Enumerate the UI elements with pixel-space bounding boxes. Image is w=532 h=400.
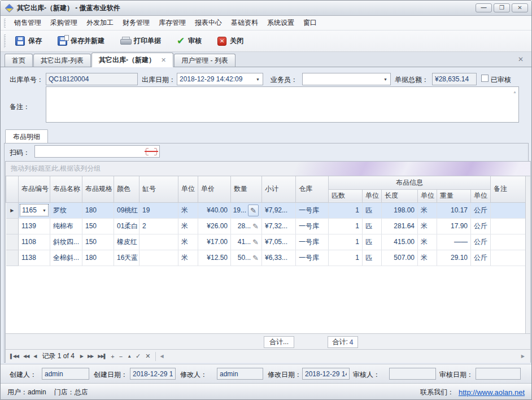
cell-len-unit[interactable]: 米 [418, 234, 437, 250]
cell-length[interactable]: 198.00 [382, 202, 418, 218]
cell-vat[interactable]: 2 [139, 218, 178, 234]
minimize-button[interactable]: — [476, 3, 492, 12]
col-subtotal[interactable]: 小计 [262, 176, 296, 202]
cell-color[interactable]: 01柔白 [114, 218, 139, 234]
col-spec[interactable]: 布品规格 [82, 176, 114, 202]
cell-warehouse[interactable]: 一号库 [296, 218, 329, 234]
tab-outbound-list[interactable]: 其它出库-列表 [33, 54, 91, 67]
modify-date-field[interactable] [302, 368, 350, 380]
code-combo[interactable]: 1165▼ [20, 204, 49, 216]
col-pcs-unit[interactable]: 单位 [363, 189, 382, 202]
cell-subtotal[interactable]: ¥6,33... [262, 250, 296, 266]
cell-subtotal[interactable]: ¥7,32... [262, 218, 296, 234]
cell-weight[interactable]: 10.17 [437, 202, 471, 218]
create-date-field[interactable] [130, 368, 176, 380]
cell-unit[interactable]: 米 [178, 202, 198, 218]
col-wt-unit[interactable]: 单位 [471, 189, 491, 202]
cell-remark[interactable] [491, 234, 526, 250]
cell-unit[interactable]: 米 [178, 250, 198, 266]
cell-weight[interactable]: —— [437, 234, 471, 250]
edit-pencil-icon[interactable]: ✎ [252, 222, 259, 231]
nav-prev-icon[interactable]: ◀ [31, 353, 38, 360]
menu-window[interactable]: 窗口 [299, 16, 321, 30]
menu-reports[interactable]: 报表中心 [190, 16, 226, 30]
cell-pcs[interactable]: 1 [329, 250, 363, 266]
nav-next-page-icon[interactable]: ▶▶ [85, 353, 95, 360]
cell-code[interactable]: 1108 [19, 234, 50, 250]
cell-vat[interactable] [139, 250, 178, 266]
edit-pencil-icon[interactable]: ✎ [248, 205, 259, 216]
cell-len-unit[interactable]: 米 [418, 202, 437, 218]
detail-tab[interactable]: 布品明细 [5, 129, 48, 144]
col-color[interactable]: 颜色 [114, 176, 139, 202]
cell-weight[interactable]: 17.90 [437, 218, 471, 234]
menu-outsourcing[interactable]: 外发加工 [82, 16, 118, 30]
nav-first-icon[interactable]: ▌◀◀ [8, 353, 21, 360]
col-code[interactable]: 布品编号 [19, 176, 50, 202]
cell-vat[interactable] [139, 234, 178, 250]
remark-textarea[interactable] [46, 86, 519, 123]
salesman-dropdown-icon[interactable]: ▼ [383, 77, 387, 81]
cell-color[interactable]: 橡皮红 [114, 234, 139, 250]
modifier-field[interactable] [217, 368, 263, 380]
cell-wt-unit[interactable]: 公斤 [471, 250, 491, 266]
col-pcs[interactable]: 匹数 [329, 189, 363, 202]
group-by-panel[interactable]: 拖动列标题至此,根据该列分组 [6, 162, 530, 176]
salesman-field[interactable] [302, 73, 391, 85]
cell-subtotal[interactable]: ¥7,92... [262, 202, 296, 218]
cell-price[interactable]: ¥26.00 [198, 218, 231, 234]
cell-pcs-unit[interactable]: 匹 [363, 202, 382, 218]
cell-remark[interactable] [491, 218, 526, 234]
cell-price[interactable]: ¥12.50 [198, 250, 231, 266]
table-row[interactable]: 1139 纯棉布 150 01柔白 2 米 ¥26.00 28...✎ ¥7,3… [6, 218, 526, 234]
cell-pcs[interactable]: 1 [329, 202, 363, 218]
nav-append-icon[interactable]: + [108, 352, 116, 361]
cell-color[interactable]: 09桃红 [114, 202, 139, 218]
cell-spec[interactable]: 180 [82, 250, 114, 266]
tab-outbound-new[interactable]: 其它出库-（新建） ✕ [91, 53, 173, 67]
cell-price[interactable]: ¥17.00 [198, 234, 231, 250]
cell-length[interactable]: 415.00 [382, 234, 418, 250]
cell-warehouse[interactable]: 一号库 [296, 234, 329, 250]
cell-code[interactable]: 1138 [19, 250, 50, 266]
menu-inventory[interactable]: 库存管理 [154, 16, 190, 30]
cell-length[interactable]: 281.64 [382, 218, 418, 234]
nav-prev-page-icon[interactable]: ◀◀ [21, 353, 31, 360]
website-link[interactable]: http://www.aolan.net [459, 388, 525, 397]
cell-spec[interactable]: 180 [82, 202, 114, 218]
cell-len-unit[interactable]: 米 [418, 218, 437, 234]
order-no-field[interactable] [46, 73, 138, 85]
table-row[interactable]: ▶ 1165▼ 罗纹 180 09桃红 19 米 ¥40.00 19...✎ ¥… [6, 202, 526, 218]
cell-code[interactable]: 1139 [19, 218, 50, 234]
creator-field[interactable] [42, 368, 89, 380]
menu-sales[interactable]: 销售管理 [10, 16, 46, 30]
grid-vertical-scrollbar[interactable] [525, 176, 530, 333]
edit-pencil-icon[interactable]: ✎ [252, 238, 259, 246]
cell-pcs[interactable]: 1 [329, 234, 363, 250]
cell-subtotal[interactable]: ¥7,05... [262, 234, 296, 250]
cell-unit[interactable]: 米 [178, 218, 198, 234]
tab-home[interactable]: 首页 [5, 54, 33, 67]
cell-name[interactable]: 全棉斜... [50, 250, 82, 266]
cell-warehouse[interactable]: 一号库 [296, 202, 329, 218]
col-warehouse[interactable]: 仓库 [296, 176, 329, 202]
cell-remark[interactable] [491, 202, 526, 218]
hscroll-left-icon[interactable]: ◀ [158, 354, 166, 359]
cell-wt-unit[interactable]: 公斤 [471, 202, 491, 218]
cell-name[interactable]: 罗纹 [50, 202, 82, 218]
col-price[interactable]: 单价 [198, 176, 231, 202]
save-and-new-button[interactable]: 保存并新建 [52, 33, 110, 49]
menu-purchase[interactable]: 采购管理 [46, 16, 82, 30]
nav-last-icon[interactable]: ▶▶▌ [95, 353, 108, 360]
col-vat[interactable]: 缸号 [139, 176, 178, 202]
cell-name[interactable]: 斜纹四... [50, 234, 82, 250]
remark-scroll-up-icon[interactable]: ▲ [513, 90, 517, 94]
nav-edit-icon[interactable]: ▲ [125, 353, 133, 360]
cell-len-unit[interactable]: 米 [418, 250, 437, 266]
menu-finance[interactable]: 财务管理 [118, 16, 154, 30]
col-qty[interactable]: 数量 [231, 176, 262, 202]
table-row[interactable]: 1108 斜纹四... 150 橡皮红 米 ¥17.00 41...✎ ¥7,0… [6, 234, 526, 250]
menu-basic-data[interactable]: 基础资料 [226, 16, 263, 30]
date-dropdown-icon[interactable]: ▼ [256, 77, 260, 81]
col-len-unit[interactable]: 单位 [418, 189, 437, 202]
